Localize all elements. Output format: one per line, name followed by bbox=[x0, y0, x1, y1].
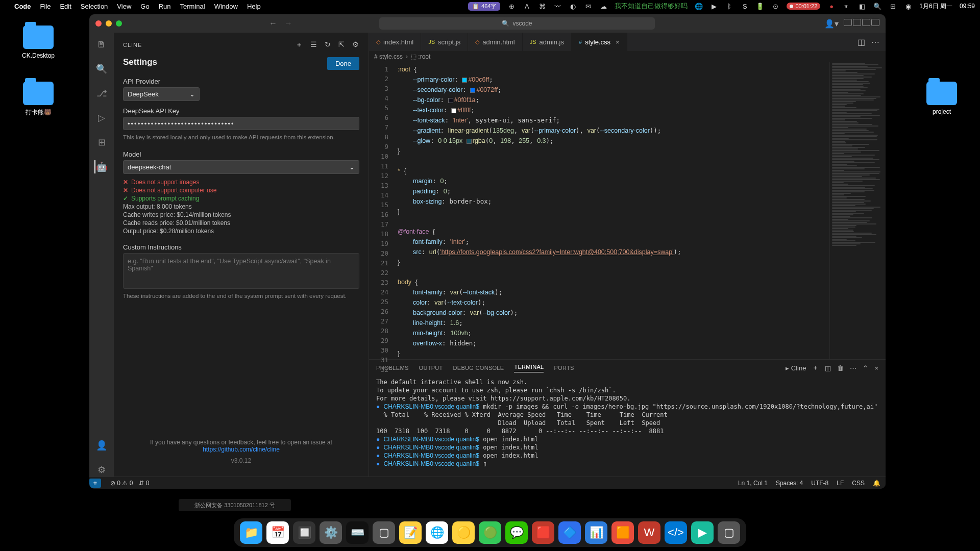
remote-indicator[interactable]: ⌗ bbox=[89, 479, 101, 488]
more-icon[interactable]: ⋯ bbox=[871, 37, 879, 47]
maximize-window[interactable] bbox=[116, 20, 122, 27]
status-lang[interactable]: CSS bbox=[852, 480, 865, 487]
dock-app[interactable]: 🟢 bbox=[479, 521, 501, 544]
status-icon[interactable]: ◐ bbox=[569, 2, 577, 10]
minimize-window[interactable] bbox=[106, 20, 112, 27]
status-ports[interactable]: ⇵ 0 bbox=[139, 480, 149, 487]
status-icon[interactable]: A bbox=[523, 2, 531, 10]
cline-header-icon[interactable]: ⚙ bbox=[352, 40, 359, 49]
layout-icon[interactable] bbox=[844, 19, 852, 26]
record-dot-icon[interactable]: ● bbox=[827, 2, 836, 10]
nav-fwd-icon[interactable]: → bbox=[284, 19, 292, 28]
dock-app[interactable]: 🟥 bbox=[532, 521, 554, 544]
dock-app[interactable]: </> bbox=[665, 521, 687, 544]
editor-tab[interactable]: ◇admin.html bbox=[468, 33, 523, 51]
dock-app[interactable]: ⌨️ bbox=[346, 521, 369, 544]
status-spaces[interactable]: Spaces: 4 bbox=[776, 480, 803, 487]
editor-tab[interactable]: JSadmin.js bbox=[523, 33, 572, 51]
status-bell-icon[interactable]: 🔔 bbox=[873, 480, 880, 487]
status-icon[interactable]: 〰 bbox=[553, 2, 561, 10]
close-icon[interactable]: × bbox=[616, 38, 620, 46]
desktop-folder[interactable]: project bbox=[919, 82, 965, 115]
status-icon[interactable]: S bbox=[741, 2, 749, 10]
dock-app[interactable]: ▢ bbox=[373, 521, 395, 544]
custom-instructions-textarea[interactable]: e.g. "Run unit tests at the end", "Use T… bbox=[123, 253, 359, 289]
menubar-item[interactable]: View bbox=[117, 3, 131, 10]
display-icon[interactable]: ◧ bbox=[858, 2, 866, 10]
more-icon[interactable]: ⋯ bbox=[850, 364, 856, 372]
terminal-tab[interactable]: DEBUG CONSOLE bbox=[453, 365, 504, 371]
split-terminal-icon[interactable]: ◫ bbox=[825, 364, 831, 372]
layout-icon[interactable] bbox=[871, 19, 879, 26]
dock-app[interactable]: 📁 bbox=[240, 521, 262, 544]
status-icon[interactable]: ▶ bbox=[710, 2, 718, 10]
status-icon[interactable]: ⌘ bbox=[538, 2, 546, 10]
model-select[interactable]: deepseek-chat⌄ bbox=[123, 160, 359, 174]
menubar-item[interactable]: Window bbox=[214, 3, 238, 10]
desktop-folder[interactable]: CK.Desktop bbox=[15, 26, 61, 59]
menubar-pill[interactable]: 📋 464字 bbox=[468, 2, 500, 11]
api-key-input[interactable]: •••••••••••••••••••••••••••••••• bbox=[123, 117, 359, 130]
nav-back-icon[interactable]: ← bbox=[269, 19, 277, 28]
dock-app[interactable]: 🔷 bbox=[558, 521, 581, 544]
status-icon[interactable]: ✉ bbox=[584, 2, 592, 10]
layout-icon[interactable] bbox=[862, 19, 870, 26]
editor-tab[interactable]: #style.css× bbox=[572, 33, 627, 51]
ab-extensions-icon[interactable]: ⊞ bbox=[95, 136, 108, 149]
split-editor-icon[interactable]: ◫ bbox=[857, 37, 865, 47]
dock-app[interactable]: 📝 bbox=[399, 521, 422, 544]
menubar-date[interactable]: 1月6日 周一 bbox=[919, 2, 952, 11]
status-errors[interactable]: ⊘ 0 ⚠ 0 bbox=[110, 480, 133, 487]
menubar-item[interactable]: Help bbox=[247, 3, 261, 10]
dock-app[interactable]: W bbox=[638, 521, 660, 544]
ab-search-icon[interactable]: 🔍 bbox=[95, 62, 108, 76]
copilot-icon[interactable]: 👤▾ bbox=[824, 19, 839, 29]
menubar-time[interactable]: 09:59 bbox=[960, 3, 975, 10]
status-icon[interactable]: ⊙ bbox=[771, 2, 779, 10]
menubar-item[interactable]: Terminal bbox=[180, 3, 205, 10]
terminal-body[interactable]: The default interactive shell is now zsh… bbox=[369, 376, 886, 477]
trash-icon[interactable]: 🗑 bbox=[837, 364, 844, 372]
new-terminal-icon[interactable]: ＋ bbox=[812, 363, 819, 372]
ab-account-icon[interactable]: 👤 bbox=[95, 439, 108, 452]
dock-app[interactable]: ▶ bbox=[691, 521, 714, 544]
cline-github-link[interactable]: https://github.com/cline/cline bbox=[203, 446, 280, 453]
breadcrumbs[interactable]: # style.css › ⬚ :root bbox=[369, 51, 886, 62]
dock-app[interactable]: 💬 bbox=[505, 521, 528, 544]
ab-cline-icon[interactable]: 🤖 bbox=[94, 160, 108, 173]
ab-scm-icon[interactable]: ⎇ bbox=[95, 87, 108, 100]
dock-app[interactable]: ⚙️ bbox=[320, 521, 342, 544]
dock-app[interactable]: 🟧 bbox=[611, 521, 634, 544]
terminal-tab[interactable]: PORTS bbox=[554, 365, 574, 371]
battery-icon[interactable]: 🔋 bbox=[756, 2, 764, 10]
status-icon[interactable]: ⊕ bbox=[507, 2, 516, 10]
command-center[interactable]: 🔍 vscode bbox=[379, 17, 655, 30]
dock-app[interactable]: 🌐 bbox=[426, 521, 448, 544]
dock-app[interactable]: 🔲 bbox=[293, 521, 315, 544]
editor-tab[interactable]: JSscript.js bbox=[421, 33, 468, 51]
terminal-tab[interactable]: OUTPUT bbox=[419, 365, 443, 371]
chevron-up-icon[interactable]: ⌃ bbox=[863, 364, 868, 372]
screen-record-pill[interactable]: 00:01:22 bbox=[787, 3, 820, 10]
status-encoding[interactable]: UTF-8 bbox=[811, 480, 828, 487]
control-center-icon[interactable]: ⊞ bbox=[889, 2, 897, 10]
editor[interactable]: 1234567891011121314151617181920212223242… bbox=[369, 62, 886, 359]
cline-header-icon[interactable]: ☰ bbox=[310, 40, 317, 49]
dock-app[interactable]: 📅 bbox=[266, 521, 289, 544]
bluetooth-icon[interactable]: ᛒ bbox=[725, 2, 733, 10]
terminal-profile[interactable]: ▸ Cline bbox=[786, 364, 806, 372]
dock-app[interactable]: 📊 bbox=[585, 521, 607, 544]
menubar-item[interactable]: Edit bbox=[60, 3, 71, 10]
siri-icon[interactable]: ◉ bbox=[904, 2, 912, 10]
close-icon[interactable]: × bbox=[874, 364, 878, 372]
editor-tab[interactable]: ◇index.html bbox=[369, 33, 421, 51]
ab-debug-icon[interactable]: ▷ bbox=[95, 111, 108, 124]
dock-app[interactable]: ▢ bbox=[718, 521, 740, 544]
menubar-item[interactable]: File bbox=[40, 3, 51, 10]
menubar-item[interactable]: Selection bbox=[81, 3, 108, 10]
cline-header-icon[interactable]: ＋ bbox=[296, 40, 303, 49]
layout-icon[interactable] bbox=[853, 19, 861, 26]
dock-app[interactable]: 🟡 bbox=[452, 521, 475, 544]
wifi-icon[interactable]: ᯤ bbox=[843, 2, 851, 10]
cline-header-icon[interactable]: ↻ bbox=[325, 40, 331, 49]
